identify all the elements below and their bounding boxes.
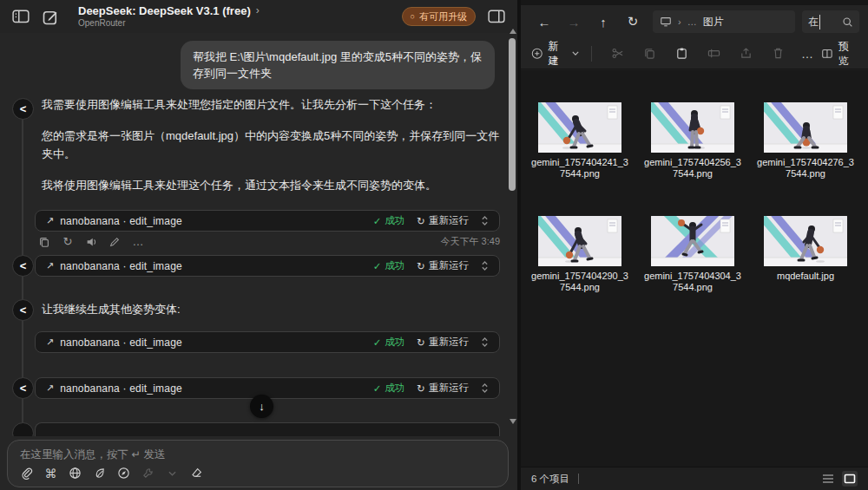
input-placeholder: 在这里输入消息，按下 ↵ 发送 [20, 448, 165, 462]
explorer-command-bar: 新建 … 预览 [521, 38, 868, 69]
chevron-down-icon [572, 51, 579, 56]
file-thumbnail [764, 216, 847, 266]
status-divider [578, 474, 579, 484]
file-item[interactable]: gemini_1757404276_37544.png [755, 102, 856, 180]
more-actions-icon[interactable]: … [132, 236, 144, 248]
this-pc-icon [660, 16, 672, 28]
upgrade-badge-label: 有可用升级 [419, 10, 467, 23]
preview-toggle[interactable]: 预览 [821, 39, 858, 69]
message-input[interactable]: 在这里输入消息，按下 ↵ 发送 ⌘ [7, 440, 509, 487]
items-count: 6 个项目 [531, 473, 569, 486]
tool-rerun-button[interactable]: ↻重新运行 [417, 214, 469, 227]
tool-expand-icon[interactable] [481, 382, 489, 394]
back-button[interactable]: ← [529, 15, 559, 29]
tool-status-badge: ✓成功 [373, 214, 405, 227]
search-value: 在 [808, 15, 820, 29]
message-timestamp: 今天下午 3:49 [441, 235, 500, 248]
explorer-status-bar: 6 个项目 [521, 467, 868, 490]
tool-call-row[interactable]: ↗ nanobanana · edit_image ✓成功 ↻重新运行 [35, 210, 500, 232]
sidebar-toggle-icon[interactable] [12, 9, 30, 24]
tool-call-row[interactable] [35, 422, 500, 436]
file-thumbnail [538, 102, 621, 153]
file-item[interactable]: gemini_1757404304_37544.png [642, 216, 743, 293]
cut-icon[interactable] [611, 47, 624, 61]
breadcrumb-folder[interactable]: 图片 [703, 15, 724, 29]
explorer-nav-bar: ← → ↑ ↻ › … 图片 在 [521, 5, 868, 38]
file-name: gemini_1757404276_37544.png [755, 157, 856, 180]
tool-rerun-button[interactable]: ↻重新运行 [417, 336, 469, 349]
regenerate-icon[interactable]: ↻ [62, 236, 74, 248]
edit-icon[interactable] [108, 236, 121, 248]
details-view-icon[interactable] [821, 472, 835, 486]
tool-rerun-button[interactable]: ↻重新运行 [417, 382, 469, 395]
forward-button[interactable]: → [559, 15, 589, 29]
tool-rerun-label: 重新运行 [429, 214, 469, 227]
assistant-message: 我需要使用图像编辑工具来处理您指定的图片文件。让我先分析一下这个任务： 您的需求… [42, 95, 500, 194]
right-panel-toggle-icon[interactable] [488, 9, 505, 24]
assistant-paragraph: 您的需求是将一张图片（mqdefault.jpg）中的内容变换成5种不同的姿势，… [42, 127, 500, 163]
chat-scrollbar[interactable] [509, 38, 516, 191]
tool-call-label: nanobanana · edit_image [60, 260, 182, 272]
delete-icon[interactable] [772, 47, 785, 61]
thumbnail-view-icon[interactable] [842, 471, 858, 487]
tool-expand-icon[interactable] [481, 215, 489, 226]
model-selector[interactable]: DeepSeek: DeepSeek V3.1 (free) › OpenRou… [78, 5, 260, 28]
file-explorer-window: ← → ↑ ↻ › … 图片 在 新建 [521, 0, 868, 490]
file-item[interactable]: gemini_1757404290_37544.png [529, 216, 630, 293]
new-chat-icon[interactable] [42, 9, 59, 24]
tool-expand-icon[interactable] [481, 336, 489, 348]
tool-rerun-label: 重新运行 [429, 336, 469, 349]
new-button[interactable]: 新建 [531, 39, 579, 69]
assistant-paragraph: 我将使用图像编辑工具来处理这个任务，通过文本指令来生成不同姿势的变体。 [42, 176, 500, 194]
upgrade-badge[interactable]: ○ 有可用升级 [402, 7, 476, 26]
scrollbar-up-arrow[interactable] [510, 29, 516, 34]
copy-icon[interactable] [643, 47, 656, 61]
knowledge-icon[interactable] [93, 467, 106, 480]
file-item[interactable]: gemini_1757404256_37544.png [642, 102, 743, 180]
scroll-to-bottom-button[interactable]: ↓ [250, 395, 273, 418]
rename-icon[interactable] [707, 47, 720, 61]
breadcrumb-ellipsis[interactable]: … [687, 16, 697, 27]
share-icon[interactable] [740, 47, 753, 61]
refresh-button[interactable]: ↻ [618, 14, 648, 29]
rerun-icon: ↻ [417, 382, 425, 395]
clear-context-icon[interactable] [190, 467, 203, 480]
tool-expand-icon[interactable] [481, 260, 489, 271]
arrow-down-icon: ↓ [259, 400, 265, 413]
speaker-icon[interactable] [85, 236, 97, 248]
tool-call-row[interactable]: ↗ nanobanana · edit_image ✓成功 ↻重新运行 [35, 331, 500, 353]
file-grid: gemini_1757404241_37544.png gemini_17574… [529, 102, 865, 293]
check-icon: ✓ [373, 260, 382, 272]
search-input[interactable]: 在 [802, 10, 859, 33]
tool-arrow-icon: ↗ [46, 260, 54, 271]
assistant-message: 让我继续生成其他姿势变体: [42, 300, 500, 318]
assistant-avatar: < [12, 299, 34, 321]
shortcut-icon[interactable]: ⌘ [44, 467, 57, 480]
rerun-icon: ↻ [417, 215, 425, 227]
model-dropdown-icon[interactable] [166, 467, 179, 480]
chevron-right-icon: › [256, 5, 260, 17]
address-bar[interactable]: › … 图片 [653, 10, 795, 33]
paste-icon[interactable] [675, 47, 688, 61]
more-commands-icon[interactable]: … [801, 47, 814, 61]
toolbar-divider [591, 46, 592, 62]
file-thumbnail [538, 216, 621, 266]
avatar-glyph: < [20, 259, 27, 272]
file-item[interactable]: mqdefault.jpg [755, 216, 856, 293]
tool-rerun-button[interactable]: ↻重新运行 [417, 259, 469, 272]
plus-circle-icon [531, 47, 543, 60]
tool-call-row[interactable]: ↗ nanobanana · edit_image ✓成功 ↻重新运行 [35, 255, 500, 277]
copy-icon[interactable] [38, 236, 50, 248]
assistant-paragraph: 我需要使用图像编辑工具来处理您指定的图片文件。让我先分析一下这个任务： [42, 95, 500, 114]
check-icon: ✓ [373, 336, 382, 349]
file-item[interactable]: gemini_1757404241_37544.png [529, 102, 630, 180]
scrollbar-down-arrow[interactable] [510, 419, 516, 424]
file-name: gemini_1757404304_37544.png [642, 271, 743, 293]
web-search-icon[interactable] [69, 467, 82, 480]
plugin-icon[interactable] [117, 467, 130, 480]
tools-icon[interactable] [141, 467, 155, 480]
attachment-icon[interactable] [20, 467, 33, 480]
avatar-glyph: < [20, 304, 27, 317]
up-button[interactable]: ↑ [589, 15, 618, 29]
file-name: gemini_1757404256_37544.png [642, 157, 743, 180]
